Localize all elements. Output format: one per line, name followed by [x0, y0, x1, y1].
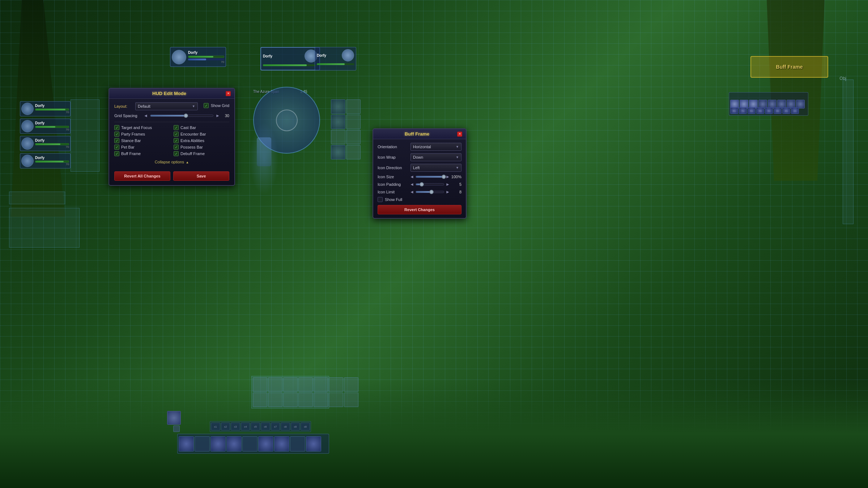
party-level-4: 70 [35, 163, 69, 166]
buff-cd-2: 7m [739, 107, 747, 114]
layout-dropdown-arrow: ▼ [192, 104, 195, 108]
ba-slot-2 [268, 377, 282, 392]
option-checkbox-party-frames[interactable]: ✓ [114, 132, 119, 137]
option-pet-bar: ✓ Pet Bar [114, 145, 170, 150]
ability-slot-5 [331, 130, 345, 144]
hud-dialog-close-button[interactable]: ✕ [226, 91, 231, 96]
stance-arrow [173, 425, 180, 432]
ability-slot-1 [331, 99, 345, 114]
focus-frame: Dorfy [260, 47, 320, 70]
option-stance-bar: ✓ Stance Bar [114, 138, 170, 143]
bfd-icon-padding-arrow-right[interactable]: ► [446, 182, 450, 187]
ba-slot-5 [314, 377, 328, 392]
bottom-ability-grid [251, 376, 329, 408]
option-checkbox-target-focus[interactable]: ✓ [114, 125, 119, 130]
bfd-icon-limit-slider[interactable] [416, 191, 444, 193]
focus-inner: Dorfy [261, 48, 319, 64]
keybind-label-8: c8 [284, 425, 286, 428]
action-slot-4 [226, 436, 242, 451]
action-slot-3 [210, 436, 226, 451]
focus-right-hp-bar [317, 63, 354, 65]
collapse-row: Collapse options ▲ [114, 158, 229, 165]
bfd-icon-direction-dropdown[interactable]: Left ▼ [410, 164, 461, 172]
ba-slot-6 [329, 377, 343, 392]
bfd-icon-padding-arrow-left[interactable]: ◄ [410, 182, 414, 187]
bfd-icon-limit-arrow-right[interactable]: ► [446, 189, 450, 194]
keybind-label-7: c7 [274, 425, 277, 428]
bfd-icon-size-thumb[interactable] [442, 175, 446, 179]
bfd-icon-limit-thumb[interactable] [429, 190, 434, 194]
bfd-icon-padding-slider[interactable] [416, 183, 444, 185]
bfd-titlebar: Buff Frame ✕ [373, 129, 466, 139]
ba-slot-3 [283, 377, 298, 392]
action-slot-1 [179, 436, 194, 451]
bfd-icon-padding-row: Icon Padding ◄ ► 5 [378, 182, 461, 187]
buff-icon-4 [758, 100, 767, 108]
keybind-label-10: c8 [304, 425, 306, 428]
bfd-icon-size-label: Icon Size [378, 175, 408, 179]
ability-slot-8 [346, 145, 361, 159]
target-frame: Dorfy 70 [170, 47, 226, 67]
bfd-icon-limit-arrow-left[interactable]: ◄ [410, 189, 414, 194]
action-bar-main [177, 434, 329, 454]
hud-dialog-footer: Revert All Changes Save [109, 171, 234, 185]
grid-spacing-thumb[interactable] [184, 114, 188, 118]
option-label-possess-bar: Possess Bar [180, 145, 203, 149]
option-checkbox-pet-bar[interactable]: ✓ [114, 145, 119, 150]
option-extra-abilities: ✓ Extra Abilities [174, 138, 229, 143]
bfd-icon-wrap-value: Down [413, 155, 423, 159]
grid-spacing-slider[interactable] [150, 115, 213, 117]
ability-slot-3 [331, 115, 345, 129]
option-label-party-frames: Party Frames [121, 132, 145, 136]
layout-dropdown[interactable]: Default ▼ [135, 102, 198, 110]
bfd-show-full-checkbox[interactable] [378, 197, 383, 202]
keybind-label-5: c5 [254, 425, 256, 428]
party-info-4: Dorfy 70 [34, 156, 69, 166]
keybind-label-6: c6 [264, 425, 267, 428]
buff-icon-8 [796, 100, 805, 108]
layout-row: Layout: Default ▼ ✓ Show Grid [114, 102, 229, 110]
bfd-revert-button[interactable]: Revert Changes [378, 205, 461, 214]
keybind-label-2: c2 [224, 425, 227, 428]
bfd-icon-direction-row: Icon Direction Left ▼ [378, 164, 461, 172]
save-button[interactable]: Save [173, 171, 229, 181]
bfd-close-button[interactable]: ✕ [457, 132, 462, 137]
buff-frame-large-label: Buff Frame [776, 64, 803, 70]
bfd-icon-size-arrow-left[interactable]: ◄ [410, 174, 414, 179]
option-checkbox-buff-frame[interactable]: ✓ [114, 151, 119, 156]
divider-1 [114, 122, 229, 122]
bfd-icon-padding-thumb[interactable] [420, 182, 424, 187]
bfd-icon-size-arrow-right[interactable]: ► [446, 174, 450, 179]
option-checkbox-cast-bar[interactable]: ✓ [174, 125, 179, 130]
focus-right-hp-fill [317, 63, 345, 65]
option-checkbox-possess-bar[interactable]: ✓ [174, 145, 179, 150]
ba-slot-13 [329, 393, 343, 407]
party-info-1: Dorfy 70 [34, 104, 69, 114]
show-grid-checkbox[interactable]: ✓ [204, 103, 209, 108]
show-grid-checkmark: ✓ [205, 104, 208, 108]
action-slot-6 [258, 436, 273, 451]
buff-cd-7: 2m [782, 107, 790, 114]
right-bar-tall [843, 80, 854, 224]
ability-slot-2 [346, 99, 361, 114]
left-panel-small [9, 192, 65, 204]
option-checkbox-encounter-bar[interactable]: ✓ [174, 132, 179, 137]
bfd-orientation-value: Horizontal [413, 145, 431, 149]
party-frame-2: Dorfy 70 [20, 119, 71, 134]
keybind-bar: c1 c2 c3 c4 c5 c6 c7 c8 c8 c8 [210, 421, 311, 432]
bfd-icon-size-slider[interactable] [416, 176, 444, 178]
bfd-orientation-dropdown[interactable]: Horizontal ▼ [410, 143, 461, 151]
bfd-icon-wrap-dropdown[interactable]: Down ▼ [410, 153, 461, 161]
option-checkbox-debuff-frame[interactable]: ✓ [174, 151, 179, 156]
option-party-frames: ✓ Party Frames [114, 132, 170, 137]
option-buff-frame: ✓ Buff Frame [114, 151, 170, 156]
grid-spacing-right-arrow[interactable]: ► [216, 113, 220, 118]
bfd-icon-direction-arrow: ▼ [456, 166, 459, 170]
collapse-options-button[interactable]: Collapse options [155, 160, 184, 164]
ba-slot-4 [298, 377, 313, 392]
grid-spacing-left-arrow[interactable]: ◄ [144, 113, 148, 118]
revert-all-button[interactable]: Revert All Changes [114, 171, 170, 181]
party-name-3: Dorfy [35, 138, 69, 142]
option-checkbox-stance-bar[interactable]: ✓ [114, 138, 119, 143]
option-checkbox-extra-abilities[interactable]: ✓ [174, 138, 179, 143]
